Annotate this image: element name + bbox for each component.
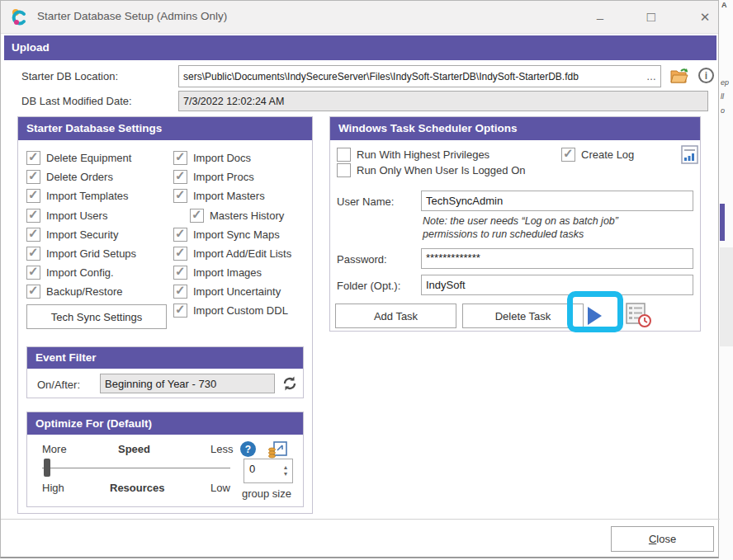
- user-name-label: User Name:: [337, 195, 394, 208]
- db-location-input[interactable]: sers\Public\Documents\IndySecureServer\F…: [178, 65, 661, 87]
- folder-opt-input[interactable]: IndySoft: [421, 275, 693, 295]
- checkbox-delete-orders[interactable]: Delete Orders: [26, 169, 113, 185]
- minimize-button[interactable]: –: [583, 4, 617, 31]
- checkbox-import-config[interactable]: Import Config.: [26, 265, 114, 280]
- checkbox-box[interactable]: [173, 247, 187, 261]
- help-icon[interactable]: ?: [240, 441, 256, 457]
- optimize-header: Optimize For (Default): [27, 412, 303, 435]
- checkbox-label: Delete Equipment: [46, 152, 131, 164]
- checkbox-create-log[interactable]: Create Log: [561, 147, 634, 162]
- password-input[interactable]: *************: [421, 248, 693, 269]
- starter-database-settings-header: Starter Database Settings: [18, 117, 312, 140]
- checkbox-box[interactable]: [26, 151, 40, 165]
- delete-task-button[interactable]: Delete Task: [462, 304, 584, 328]
- checkbox-label: Create Log: [581, 148, 634, 161]
- checkbox-box[interactable]: [26, 285, 40, 299]
- event-filter-header: Event Filter: [27, 347, 303, 369]
- checkbox-box[interactable]: [561, 148, 575, 162]
- batch-job-note-line1: Note: the user needs “Log on as batch jo…: [423, 215, 618, 227]
- checkbox-label: Masters History: [210, 209, 284, 222]
- db-modified-label: DB Last Modified Date:: [21, 95, 132, 107]
- checkbox-label: Import Add/Edit Lists: [193, 247, 291, 260]
- close-button[interactable]: Close: [611, 526, 714, 552]
- checkbox-import-grid-setups[interactable]: Import Grid Setups: [26, 246, 136, 261]
- db-location-value: sers\Public\Documents\IndySecureServer\F…: [183, 71, 579, 82]
- checkbox-box[interactable]: [190, 209, 204, 223]
- checkbox-box[interactable]: [26, 266, 40, 280]
- checkbox-import-procs[interactable]: Import Procs: [173, 169, 254, 185]
- info-icon[interactable]: i: [698, 68, 714, 83]
- checkbox-box[interactable]: [26, 189, 40, 203]
- checkbox-box[interactable]: [173, 228, 187, 242]
- db-modified-value-field: 7/3/2022 12:02:24 AM: [178, 91, 708, 111]
- checkbox-label: Import Templates: [46, 190, 128, 202]
- view-log-report-icon[interactable]: [680, 145, 699, 164]
- checkbox-label: Run Only When User Is Logged On: [357, 164, 526, 176]
- db-modified-value: 7/3/2022 12:02:24 AM: [183, 96, 284, 107]
- on-after-value-field[interactable]: Beginning of Year - 730: [100, 374, 275, 393]
- checkbox-box[interactable]: [26, 170, 40, 184]
- checkbox-delete-equipment[interactable]: Delete Equipment: [26, 150, 131, 166]
- group-size-value[interactable]: 0: [244, 459, 279, 482]
- checkbox-label: Run With Highest Privileges: [357, 148, 489, 161]
- batch-job-note-line2: permissions to run scheduled tasks: [423, 228, 584, 240]
- high-label: High: [42, 482, 64, 494]
- background-purple-fragment: [720, 204, 725, 241]
- checkbox-box[interactable]: [337, 163, 351, 177]
- checkbox-box[interactable]: [26, 247, 40, 261]
- folder-opt-value: IndySoft: [426, 279, 466, 291]
- checkbox-box[interactable]: [173, 151, 187, 165]
- checkbox-import-templates[interactable]: Import Templates: [26, 188, 128, 204]
- checkbox-import-security[interactable]: Import Security: [26, 227, 118, 242]
- spinner-arrows-icon[interactable]: ▴▾: [279, 459, 292, 482]
- checkbox-label: Import Masters: [193, 190, 265, 202]
- checkbox-label: Import Security: [46, 228, 118, 241]
- browse-ellipsis-button[interactable]: …: [643, 71, 656, 82]
- scheduled-task-icon[interactable]: [624, 300, 652, 328]
- checkbox-import-add-edit-lists[interactable]: Import Add/Edit Lists: [173, 246, 291, 261]
- user-name-input[interactable]: TechSyncAdmin: [421, 191, 693, 211]
- on-after-value: Beginning of Year - 730: [105, 378, 216, 390]
- checkbox-box[interactable]: [173, 304, 187, 318]
- background-text-fragment: o: [721, 106, 725, 115]
- tech-sync-settings-button[interactable]: Tech Sync Settings: [26, 304, 167, 329]
- checkbox-label: Import Procs: [193, 171, 254, 183]
- checkbox-label: Import Docs: [193, 152, 251, 164]
- event-filter-panel: Event Filter On/After: Beginning of Year…: [26, 346, 304, 398]
- checkbox-import-sync-maps[interactable]: Import Sync Maps: [173, 227, 280, 242]
- checkbox-import-docs[interactable]: Import Docs: [173, 150, 251, 166]
- title-bar[interactable]: Starter Database Setup (Admins Only) – □…: [1, 1, 718, 34]
- close-window-button[interactable]: ✕: [688, 4, 722, 31]
- checkbox-import-images[interactable]: Import Images: [173, 265, 262, 280]
- group-export-icon[interactable]: [268, 440, 288, 459]
- checkbox-label: Import Uncertainty: [193, 285, 281, 298]
- checkbox-box[interactable]: [173, 189, 187, 203]
- checkbox-box[interactable]: [173, 170, 187, 184]
- background-text-fragment: ll: [721, 92, 724, 101]
- optimize-slider-thumb[interactable]: [44, 459, 50, 477]
- open-folder-icon[interactable]: [669, 67, 689, 85]
- optimize-slider-track[interactable]: [42, 468, 230, 468]
- checkbox-label: Import Users: [46, 209, 107, 222]
- checkbox-box[interactable]: [26, 209, 40, 223]
- checkbox-import-custom-ddl[interactable]: Import Custom DDL: [173, 303, 288, 318]
- window-title: Starter Database Setup (Admins Only): [37, 10, 227, 22]
- checkbox-box[interactable]: [173, 285, 187, 299]
- checkbox-box[interactable]: [26, 228, 40, 242]
- close-button-mnemonic: C: [649, 533, 656, 545]
- checkbox-box[interactable]: [337, 148, 351, 162]
- refresh-icon[interactable]: [281, 375, 298, 392]
- checkbox-import-users[interactable]: Import Users: [26, 208, 107, 224]
- checkbox-import-uncertainty[interactable]: Import Uncertainty: [173, 284, 281, 299]
- checkbox-run-highest-privileges[interactable]: Run With Highest Privileges: [337, 147, 489, 162]
- checkbox-backup-restore[interactable]: Backup/Restore: [26, 284, 123, 299]
- group-size-spinner[interactable]: 0 ▴▾: [244, 459, 293, 483]
- checkbox-run-only-logged-on[interactable]: Run Only When User Is Logged On: [337, 162, 526, 178]
- upload-section-header: Upload: [4, 35, 716, 60]
- maximize-button[interactable]: □: [634, 4, 669, 31]
- add-task-button[interactable]: Add Task: [335, 304, 456, 328]
- checkbox-import-masters[interactable]: Import Masters: [173, 188, 265, 204]
- checkbox-masters-history[interactable]: Masters History: [190, 208, 284, 224]
- folder-opt-label: Folder (Opt.):: [337, 280, 400, 292]
- checkbox-box[interactable]: [173, 266, 187, 280]
